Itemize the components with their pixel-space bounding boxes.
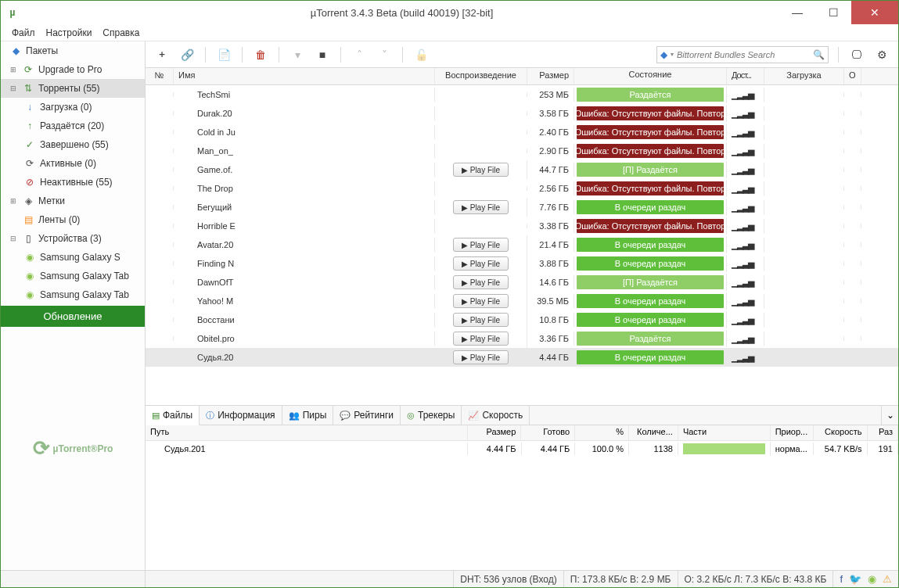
torrent-row[interactable]: Cold in Ju2.40 ГБОшибка: Отсутствуют фай…	[146, 123, 898, 142]
play-file-button[interactable]: ▶ Play File	[453, 275, 509, 289]
sidebar-device-2[interactable]: ◉Samsung Galaxy Tab	[1, 267, 145, 285]
remote-button[interactable]: 🖵	[848, 46, 865, 63]
torrent-row[interactable]: Durak.203.58 ГБОшибка: Отсутствуют файлы…	[146, 104, 898, 123]
create-torrent-button[interactable]: 📄	[215, 46, 232, 63]
play-file-button[interactable]: ▶ Play File	[453, 350, 509, 364]
remove-button[interactable]: 🗑	[252, 46, 269, 63]
torrent-row[interactable]: Man_on_2.90 ГБОшибка: Отсутствуют файлы.…	[146, 142, 898, 160]
tab-trackers[interactable]: ◎Трекеры	[401, 406, 462, 425]
sidebar-devices[interactable]: ⊟▯Устройства (3)	[1, 229, 145, 248]
sidebar-feeds[interactable]: ⊞▤Ленты (0)	[1, 210, 145, 229]
cell-num	[146, 280, 174, 285]
twitter-icon[interactable]: 🐦	[849, 573, 861, 585]
dcol-done[interactable]: Готово	[521, 425, 575, 440]
torrent-row[interactable]: Восстани▶ Play File10.8 ГБВ очереди разд…	[146, 310, 898, 329]
preferences-button[interactable]: ⚙	[873, 46, 890, 63]
col-size[interactable]: Размер	[527, 68, 574, 84]
torrent-row[interactable]: Avatar.20▶ Play File21.4 ГБВ очереди раз…	[146, 235, 898, 254]
search-box[interactable]: ◆ ▾ 🔍	[656, 46, 829, 63]
sidebar-labels[interactable]: ⊞◈Метки	[1, 192, 145, 210]
dcol-path[interactable]: Путь	[146, 425, 468, 440]
detail-row[interactable]: Судья.201 4.44 ГБ 4.44 ГБ 100.0 % 1138 н…	[146, 441, 898, 457]
col-name[interactable]: Имя	[174, 68, 435, 84]
torrent-row[interactable]: Obitel.pro▶ Play File3.36 ГБРаздаётся▁▂▃…	[146, 329, 898, 348]
move-up-button[interactable]: ˄	[351, 46, 368, 63]
expand-icon[interactable]: ⊞	[10, 197, 18, 205]
cell-status: Ошибка: Отсутствуют файлы. Повтор	[574, 217, 727, 235]
dcol-pct[interactable]: %	[575, 425, 629, 440]
sidebar-inactive[interactable]: ⊘Неактивные (55)	[1, 173, 145, 192]
tab-peers[interactable]: 👥Пиры	[282, 406, 334, 425]
facebook-icon[interactable]: f	[840, 573, 843, 585]
play-file-button[interactable]: ▶ Play File	[453, 256, 509, 271]
torrent-row[interactable]: Finding N▶ Play File3.88 ГБВ очереди раз…	[146, 254, 898, 273]
tab-ratings[interactable]: 💬Рейтинги	[333, 406, 401, 425]
move-down-button[interactable]: ˅	[376, 46, 393, 63]
sidebar-device-3[interactable]: ◉Samsung Galaxy Tab	[1, 285, 145, 304]
sidebar-device-1[interactable]: ◉Samsung Galaxy S	[1, 248, 145, 267]
sidebar-packages[interactable]: ◆Пакеты	[1, 41, 145, 60]
search-icon[interactable]: 🔍	[813, 49, 825, 60]
torrent-row[interactable]: TechSmi253 МБРаздаётся▁▂▃▅	[146, 85, 898, 104]
tab-info[interactable]: ⓘИнформация	[200, 406, 282, 425]
menu-file[interactable]: Файл	[12, 27, 35, 38]
col-num[interactable]: №	[146, 68, 174, 84]
minimize-button[interactable]: —	[779, 1, 815, 24]
detail-grid-body[interactable]: Судья.201 4.44 ГБ 4.44 ГБ 100.0 % 1138 н…	[146, 441, 898, 570]
close-button[interactable]: ✕	[851, 1, 898, 24]
dcol-parts[interactable]: Части	[678, 425, 771, 440]
play-file-button[interactable]: ▶ Play File	[453, 163, 509, 177]
stop-button[interactable]: ■	[314, 46, 331, 63]
unlock-button[interactable]: 🔓	[412, 46, 430, 63]
play-file-button[interactable]: ▶ Play File	[453, 200, 509, 214]
dcol-rest[interactable]: Раз	[868, 425, 898, 440]
tab-speed[interactable]: 📈Скорость	[462, 406, 530, 425]
torrent-row[interactable]: Horrible E3.38 ГБОшибка: Отсутствуют фай…	[146, 217, 898, 235]
play-file-button[interactable]: ▶ Play File	[453, 238, 509, 252]
torrent-row[interactable]: Судья.20▶ Play File4.44 ГБВ очереди разд…	[146, 348, 898, 367]
torrent-row[interactable]: Бегущий▶ Play File7.76 ГБВ очереди разда…	[146, 198, 898, 217]
collapse-icon[interactable]: ⊟	[10, 235, 18, 242]
col-play[interactable]: Воспроизведение	[435, 68, 527, 84]
cell-status: Раздаётся	[574, 330, 727, 347]
sidebar-downloading[interactable]: ↓Загрузка (0)	[1, 98, 145, 117]
maximize-button[interactable]: ☐	[815, 1, 851, 24]
torrent-row[interactable]: DawnOfT▶ Play File14.6 ГБ[П] Раздаётся▁▂…	[146, 273, 898, 292]
update-button[interactable]: Обновление	[1, 306, 145, 327]
cell-status: Ошибка: Отсутствуют файлы. Повтор	[574, 124, 727, 141]
torrent-grid-body[interactable]: TechSmi253 МБРаздаётся▁▂▃▅Durak.203.58 Г…	[146, 85, 898, 405]
col-rest[interactable]: О	[844, 68, 861, 84]
col-avail[interactable]: Дост...	[727, 68, 764, 84]
menu-help[interactable]: Справка	[102, 27, 139, 38]
dcol-cnt[interactable]: Количе...	[629, 425, 678, 440]
torrent-row[interactable]: The Drop2.56 ГБОшибка: Отсутствуют файлы…	[146, 179, 898, 198]
sidebar-torrents[interactable]: ⊟⇅Торренты (55)	[1, 79, 145, 98]
menu-settings[interactable]: Настройки	[46, 27, 92, 38]
col-dl[interactable]: Загрузка	[764, 68, 844, 84]
sidebar-active[interactable]: ⟳Активные (0)	[1, 154, 145, 173]
start-button[interactable]: ▾	[289, 46, 306, 63]
dcol-spd[interactable]: Скорость	[814, 425, 868, 440]
play-file-button[interactable]: ▶ Play File	[453, 294, 509, 308]
sidebar-completed[interactable]: ✓Завершено (55)	[1, 135, 145, 154]
collapse-icon[interactable]: ⊟	[10, 84, 18, 92]
tabs-chevron-icon[interactable]: ⌄	[881, 406, 898, 425]
add-url-button[interactable]: 🔗	[178, 46, 196, 63]
warning-icon[interactable]: ⚠	[883, 573, 892, 585]
dcol-prio[interactable]: Приор...	[771, 425, 814, 440]
sidebar-seeding[interactable]: ↑Раздаётся (20)	[1, 117, 145, 135]
col-status[interactable]: Состояние	[574, 68, 727, 84]
expand-icon[interactable]: ⊞	[10, 66, 18, 74]
torrent-row[interactable]: Yahoo! M▶ Play File39.5 МБВ очереди разд…	[146, 292, 898, 310]
add-torrent-button[interactable]: ＋	[153, 46, 171, 63]
android-icon[interactable]: ◉	[868, 573, 876, 585]
dcol-size[interactable]: Размер	[468, 425, 522, 440]
sidebar-upgrade[interactable]: ⊞⟳Upgrade to Pro	[1, 60, 145, 79]
speed-icon: 📈	[468, 411, 479, 421]
tab-files[interactable]: ▤Файлы	[146, 406, 200, 425]
torrent-row[interactable]: Game.of.▶ Play File44.7 ГБ[П] Раздаётся▁…	[146, 160, 898, 179]
search-input[interactable]	[677, 50, 810, 59]
play-file-button[interactable]: ▶ Play File	[453, 313, 509, 327]
chevron-down-icon[interactable]: ▾	[671, 51, 674, 58]
play-file-button[interactable]: ▶ Play File	[453, 332, 509, 346]
